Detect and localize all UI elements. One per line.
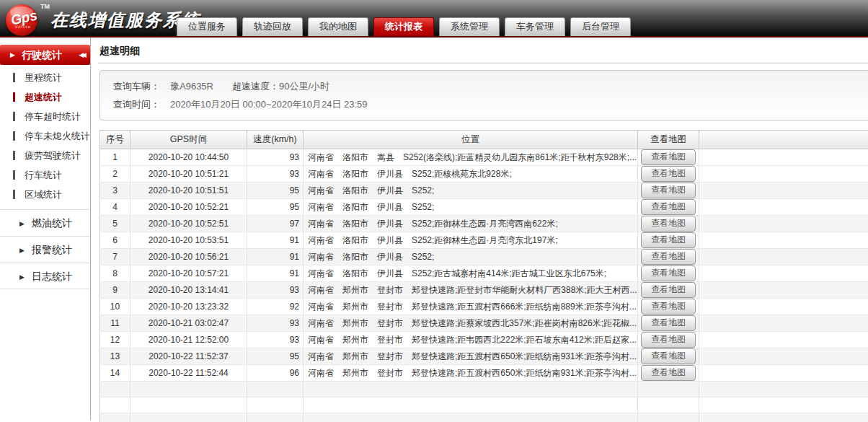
view-map-button[interactable]: 查看地图 <box>641 332 696 348</box>
table-cell-fill <box>699 199 868 216</box>
sidebar-item[interactable]: 行车统计 <box>0 165 90 185</box>
table-cell-fill <box>699 282 868 299</box>
view-map-button[interactable]: 查看地图 <box>641 315 696 331</box>
view-map-button[interactable]: 查看地图 <box>641 232 696 248</box>
trademark-label: TM <box>40 3 50 10</box>
sidebar-item[interactable]: 里程统计 <box>0 68 90 87</box>
table-cell-loc: 河南省 洛阳市 伊川县 S252; <box>304 199 638 216</box>
view-map-button[interactable]: 查看地图 <box>641 265 696 281</box>
table-cell-map: 查看地图 <box>638 265 699 282</box>
table-body: 12020-10-20 10:44:5093河南省 洛阳市 嵩县 S252(洛栾… <box>100 149 868 422</box>
item-bar-icon <box>13 190 15 199</box>
sidebar-section-driving-stats[interactable]: ▶ 行驶统计 ◀◀ <box>0 45 90 65</box>
table-cell-loc: 河南省 洛阳市 伊川县 S252; <box>304 183 638 199</box>
sidebar-item[interactable]: 疲劳驾驶统计 <box>0 146 90 165</box>
view-map-button[interactable]: 查看地图 <box>641 348 696 364</box>
sidebar-item[interactable]: 超速统计 <box>0 87 90 107</box>
table-cell-time <box>130 382 247 397</box>
sidebar-item[interactable]: 停车超时统计 <box>0 107 90 126</box>
view-map-button[interactable]: 查看地图 <box>641 216 696 232</box>
sidebar-item-label: 区域统计 <box>25 189 62 200</box>
table-cell-fill <box>699 216 868 232</box>
table-cell-time: 2020-10-20 13:14:41 <box>130 282 247 299</box>
query-speed-label: 超速速度： <box>232 81 279 92</box>
table-cell-fill <box>699 397 868 413</box>
table-cell-time: 2020-10-20 10:53:51 <box>130 232 247 249</box>
table-cell-map <box>638 397 699 413</box>
nav-tab[interactable]: 轨迹回放 <box>242 17 303 36</box>
nav-tab[interactable]: 车务管理 <box>505 17 565 36</box>
expand-arrow-icon: ▶ <box>19 273 25 281</box>
table-cell-fill <box>699 348 868 365</box>
table-cell-loc: 河南省 郑州市 登封市 郑登快速路;距五渡村西650米;距纸纺南931米;距茶亭… <box>304 365 638 382</box>
table-row: 32020-10-20 10:51:5195河南省 洛阳市 伊川县 S252;查… <box>100 183 868 199</box>
nav-tab[interactable]: 位置服务 <box>177 17 237 36</box>
view-map-button[interactable]: 查看地图 <box>641 282 696 298</box>
table-cell-speed: 96 <box>247 365 304 382</box>
table-cell-loc: 河南省 洛阳市 伊川县 S252;距核桃苑东北928米; <box>304 166 638 183</box>
sidebar-menu: 里程统计超速统计停车超时统计停车未熄火统计疲劳驾驶统计行车统计区域统计 <box>0 65 90 204</box>
table-cell-time: 2020-10-22 11:52:44 <box>130 365 247 382</box>
table-empty-row <box>100 413 868 422</box>
sidebar-collapsed-section[interactable]: ▶报警统计 <box>0 236 90 263</box>
gps-logo-icon: Gps online TM <box>6 3 49 36</box>
table-row: 72020-10-20 10:56:2191河南省 洛阳市 伊川县 S252;查… <box>100 249 868 265</box>
table-cell-loc: 河南省 郑州市 登封市 郑登快速路;距五渡村西650米;距纸纺南931米;距茶亭… <box>304 348 638 365</box>
collapse-sidebar-icon[interactable]: ◀◀ <box>79 45 84 65</box>
item-bar-icon <box>13 170 15 180</box>
table-cell-speed <box>247 413 304 422</box>
table-cell-no: 9 <box>100 282 130 299</box>
sidebar-item[interactable]: 停车未熄火统计 <box>0 126 90 146</box>
nav-tab[interactable]: 我的地图 <box>308 17 368 36</box>
table-cell-speed: 95 <box>247 199 304 216</box>
view-map-button[interactable]: 查看地图 <box>641 183 696 198</box>
query-summary-panel: 查询车辆：豫A9635R超速速度：90公里/小时 查询时间：2020年10月20… <box>99 70 868 120</box>
query-vehicle-label: 查询车辆： <box>113 81 160 92</box>
nav-tab[interactable]: 后台管理 <box>570 17 631 36</box>
table-cell-time: 2020-10-21 03:02:47 <box>130 315 247 332</box>
nav-tab[interactable]: 系统管理 <box>439 17 500 36</box>
table-cell-no: 11 <box>100 315 130 332</box>
table-header: 序号GPS时间速度(km/h)位置查看地图 <box>100 131 868 149</box>
sidebar-collapsed-section[interactable]: ▶燃油统计 <box>0 209 90 236</box>
table-cell-fill <box>699 149 868 166</box>
table-cell-map: 查看地图 <box>638 348 699 365</box>
view-map-button[interactable]: 查看地图 <box>641 149 696 165</box>
table-cell-fill <box>699 315 868 332</box>
main-content: 超速明细 查询车辆：豫A9635R超速速度：90公里/小时 查询时间：2020年… <box>91 38 868 421</box>
table-cell-time: 2020-10-20 10:52:21 <box>130 199 247 216</box>
table-cell-map: 查看地图 <box>638 249 699 265</box>
table-cell-time <box>130 413 247 422</box>
view-map-button[interactable]: 查看地图 <box>641 199 696 215</box>
sidebar-item[interactable]: 区域统计 <box>0 185 90 204</box>
table-header-cell: 查看地图 <box>638 131 699 149</box>
table-cell-loc: 河南省 洛阳市 嵩县 S252(洛栾线);距蓝精灵幼儿园东南861米;距千秋村东… <box>304 149 638 166</box>
table-cell-time: 2020-10-20 10:51:21 <box>130 166 247 183</box>
table-cell-speed: 93 <box>247 166 304 183</box>
view-map-button[interactable]: 查看地图 <box>641 299 696 315</box>
sidebar-section-label: 日志统计 <box>32 271 72 282</box>
sidebar-collapsed-section[interactable]: ▶日志统计 <box>0 263 90 289</box>
table-cell-speed: 93 <box>247 332 304 348</box>
nav-tab[interactable]: 统计报表 <box>373 17 434 36</box>
page-title: 超速明细 <box>99 45 868 63</box>
view-map-button[interactable]: 查看地图 <box>641 249 696 265</box>
table-cell-time: 2020-10-20 10:56:21 <box>130 249 247 265</box>
table-cell-loc: 河南省 郑州市 登封市 郑登快速路;距韦园西北222米;距石坡东南412米;距后… <box>304 332 638 348</box>
gps-logo-subtext: online <box>15 25 31 29</box>
view-map-button[interactable]: 查看地图 <box>641 365 696 381</box>
table-header-cell <box>699 131 868 149</box>
table-cell-speed: 97 <box>247 216 304 232</box>
table-header-cell: 序号 <box>100 131 130 149</box>
table-row: 102020-10-20 13:23:3292河南省 郑州市 登封市 郑登快速路… <box>100 299 868 315</box>
table-cell-loc <box>304 413 638 422</box>
table-cell-no: 7 <box>100 249 130 265</box>
query-vehicle-line: 查询车辆：豫A9635R超速速度：90公里/小时 <box>113 77 868 95</box>
item-bar-icon <box>13 92 15 102</box>
table-cell-speed <box>247 397 304 413</box>
sidebar: ▶ 行驶统计 ◀◀ 里程统计超速统计停车超时统计停车未熄火统计疲劳驾驶统计行车统… <box>0 38 91 421</box>
table-empty-row <box>100 382 868 397</box>
sidebar-section-label: 燃油统计 <box>32 217 72 229</box>
table-row: 82020-10-20 10:57:2191河南省 洛阳市 伊川县 S252;距… <box>100 265 868 282</box>
view-map-button[interactable]: 查看地图 <box>641 166 696 182</box>
